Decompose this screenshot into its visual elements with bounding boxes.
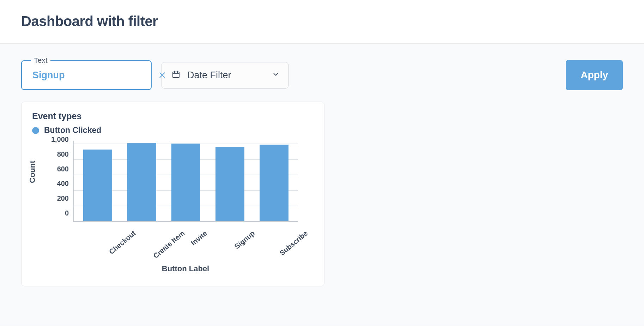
close-icon <box>159 72 165 78</box>
x-tick: Subscribe <box>252 223 289 259</box>
y-axis-ticks: 02004006008001,000 <box>30 140 70 221</box>
legend-dot-icon <box>32 127 39 134</box>
bar <box>260 145 288 221</box>
plot-area <box>73 141 298 222</box>
chart-card: Event types Button Clicked Count 0200400… <box>21 102 324 286</box>
x-tick-label: Subscribe <box>278 229 309 257</box>
y-tick-label: 600 <box>30 165 69 173</box>
chevron-down-icon <box>272 71 280 80</box>
card-title: Event types <box>32 111 316 121</box>
x-tick: Create Item <box>124 223 162 259</box>
page-header: Dashboard with filter <box>0 0 644 44</box>
legend-label: Button Clicked <box>44 126 101 135</box>
filter-bar: Text Date Filter <box>21 44 623 90</box>
bar <box>171 144 200 221</box>
text-filter-label: Text <box>31 56 50 65</box>
y-tick-label: 200 <box>30 194 69 202</box>
y-tick-label: 400 <box>30 180 69 188</box>
y-tick-label: 1,000 <box>30 135 69 143</box>
x-axis-ticks: CheckoutCreate ItemInviteSignupSubscribe <box>73 223 298 259</box>
x-tick-label: Invite <box>189 229 209 247</box>
svg-rect-2 <box>173 72 179 78</box>
clear-text-button[interactable] <box>159 70 165 80</box>
y-tick-label: 800 <box>30 150 69 158</box>
text-filter-input[interactable] <box>32 69 159 81</box>
text-filter[interactable]: Text <box>21 60 152 90</box>
chart-legend: Button Clicked <box>32 126 316 135</box>
x-tick: Signup <box>209 223 247 259</box>
apply-button[interactable]: Apply <box>566 60 623 90</box>
bar <box>127 143 156 221</box>
bar <box>83 150 112 221</box>
date-filter-label: Date Filter <box>187 70 265 81</box>
y-tick-label: 0 <box>30 209 69 217</box>
page-title: Dashboard with filter <box>21 13 623 29</box>
x-axis-label: Button Label <box>73 264 298 273</box>
calendar-icon <box>172 70 180 80</box>
bar <box>215 147 244 221</box>
content-area: Text Date Filter <box>0 44 644 326</box>
date-filter[interactable]: Date Filter <box>162 62 288 89</box>
x-tick: Invite <box>167 223 204 259</box>
bar-chart: Count 02004006008001,000 CheckoutCreate … <box>30 141 316 278</box>
x-tick: Checkout <box>82 223 119 259</box>
